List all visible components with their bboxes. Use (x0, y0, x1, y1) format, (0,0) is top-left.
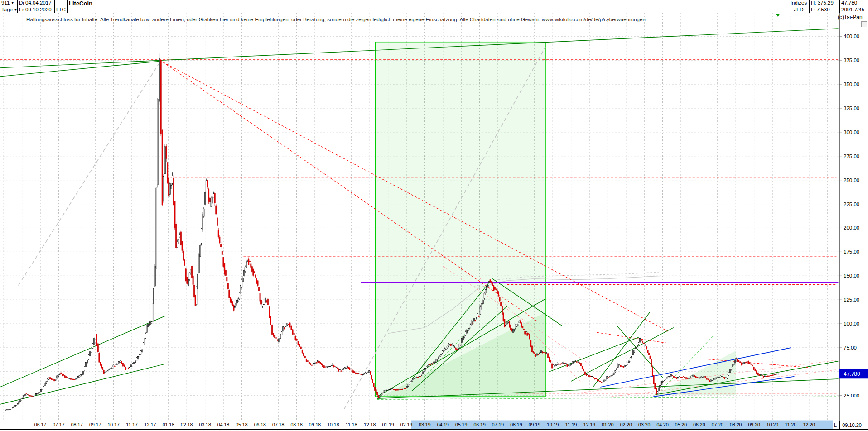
x-axis-label: 02.18 (181, 422, 193, 427)
x-axis-label: 08.19 (510, 422, 522, 427)
x-axis-label: 11.17 (126, 422, 138, 427)
x-axis-label: 12.19 (583, 422, 595, 427)
price-chart[interactable]: 400.00375.00350.00325.00300.00275.00250.… (0, 0, 868, 431)
last-date-cell: L 09.10.20 (834, 421, 862, 429)
x-axis: 06.1707.1708.1709.1710.1711.1712.1701.18… (0, 420, 868, 430)
x-axis-label: 07.18 (272, 422, 284, 427)
y-axis: 400.00375.00350.00325.00300.00275.00250.… (839, 13, 859, 429)
x-axis-label: 03.20 (638, 422, 650, 427)
x-axis-label: 06.18 (254, 422, 266, 427)
x-axis-label: 07.20 (712, 422, 723, 427)
x-axis-label: 09.18 (309, 422, 321, 427)
x-axis-label: 08.18 (290, 422, 302, 427)
x-axis-label: 06.17 (34, 422, 46, 427)
x-axis-label: 01.18 (163, 422, 174, 427)
x-axis-label: 12.20 (803, 422, 815, 427)
x-axis-label: 03.19 (419, 422, 430, 427)
x-axis-label: 02.20 (620, 422, 632, 427)
y-axis-label: 275.00 (844, 153, 859, 159)
x-axis-label: 09.20 (748, 422, 760, 427)
y-axis-label: 125.00 (844, 297, 859, 302)
x-axis-label: 11.18 (346, 422, 357, 427)
current-price-tag: 47.780 (839, 369, 868, 378)
plot-area (0, 13, 839, 420)
tai-pan-copyright: (c)Tai-Pan (838, 14, 863, 20)
x-axis-label: 09.17 (89, 422, 101, 427)
x-axis-label: 10.17 (107, 422, 119, 427)
y-axis-label: 150.00 (844, 273, 859, 278)
x-axis-label: 11.19 (565, 422, 577, 427)
x-axis-label: 08.20 (730, 422, 742, 427)
y-axis-label: 250.00 (844, 177, 859, 183)
x-axis-label: 10.20 (767, 422, 778, 427)
x-axis-label: 04.19 (437, 422, 449, 427)
collapse-panel-button[interactable]: − (861, 21, 867, 27)
green-wedge (655, 350, 736, 394)
last-date: 09.10.20 (842, 422, 862, 428)
highlight-regions (375, 42, 736, 399)
y-axis-label: 325.00 (844, 105, 859, 111)
cell-divider (839, 421, 840, 429)
y-axis-label: 375.00 (844, 57, 859, 63)
x-axis-label: 10.19 (547, 422, 559, 427)
y-axis-label: 200.00 (844, 225, 859, 230)
x-axis-label: 07.19 (492, 422, 504, 427)
y-axis-label: 75.00 (844, 345, 857, 350)
x-axis-label: 03.18 (199, 422, 211, 427)
y-axis-label: 100.00 (844, 321, 859, 326)
tai-pan-chart-window: { "window": { "bars": "911", "period": "… (0, 0, 868, 431)
x-axis-label: 02.19 (400, 422, 412, 427)
x-axis-label: 01.20 (602, 422, 613, 427)
x-axis-label: 12.18 (364, 422, 376, 427)
y-axis-label: 350.00 (844, 81, 859, 87)
x-axis-label: 07.17 (53, 422, 64, 427)
x-axis-label: 01.19 (382, 422, 394, 427)
x-axis-label: 11.20 (785, 422, 797, 427)
x-axis-label: 12.17 (144, 422, 156, 427)
y-axis-label: 400.00 (844, 34, 859, 39)
current-price-value: 47.780 (844, 371, 860, 377)
x-axis-label: 06.19 (473, 422, 485, 427)
x-axis-label: 05.19 (455, 422, 467, 427)
y-axis-label: 225.00 (844, 201, 859, 207)
latest-bar-marker (776, 14, 780, 17)
y-axis-label: 25.000 (844, 393, 859, 398)
x-axis-label: 09.19 (529, 422, 540, 427)
x-axis-label: 08.17 (71, 422, 83, 427)
disclaimer-text: Haftungsausschluss für Inhalte: Alle Tre… (26, 17, 646, 22)
marker-triangle-icon (776, 14, 780, 17)
x-axis-label: 06.20 (693, 422, 705, 427)
y-axis-label: 300.00 (844, 129, 859, 135)
y-axis-label: 175.00 (844, 249, 859, 254)
last-label: L (834, 422, 837, 428)
x-axis-label: 05.20 (675, 422, 687, 427)
x-axis-label: 04.20 (656, 422, 668, 427)
x-axis-label: 10.18 (327, 422, 339, 427)
x-axis-label: 05.18 (236, 422, 247, 427)
x-axis-label: 04.18 (217, 422, 229, 427)
